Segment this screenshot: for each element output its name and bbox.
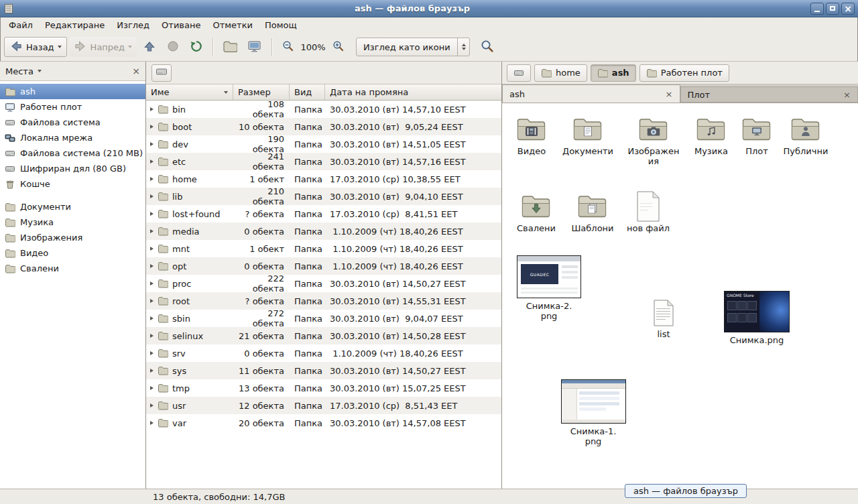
sidebar-item-Файлова система (210 MB)[interactable]: Файлова система (210 MB) bbox=[0, 145, 145, 161]
menu-item-Отметки[interactable]: Отметки bbox=[206, 18, 258, 32]
minimize-button[interactable] bbox=[810, 3, 824, 15]
search-button[interactable] bbox=[476, 37, 499, 57]
expander-icon[interactable] bbox=[150, 421, 154, 425]
expander-icon[interactable] bbox=[150, 160, 154, 164]
breadcrumb-Работен плот[interactable]: Работен плот bbox=[639, 64, 729, 82]
file-row-opt[interactable]: opt0 обектаПапка 1.10.2009 (чт) 18,40,26… bbox=[146, 257, 501, 275]
file-row-mnt[interactable]: mnt1 обектПапка 1.10.2009 (чт) 18,40,26 … bbox=[146, 240, 501, 257]
expander-icon[interactable] bbox=[150, 177, 154, 181]
sidebar-close-button[interactable]: × bbox=[132, 66, 140, 76]
zoom-out-button[interactable] bbox=[278, 37, 298, 57]
file-row-proc[interactable]: proc222 обектаПапка30.03.2010 (вт) 14,50… bbox=[146, 275, 501, 292]
sidebar-item-Изображения[interactable]: Изображения bbox=[0, 230, 145, 245]
column-header-Вид[interactable]: Вид bbox=[290, 84, 325, 101]
column-header-Име[interactable]: Име bbox=[146, 84, 233, 101]
expander-icon[interactable] bbox=[150, 403, 154, 407]
expander-icon[interactable] bbox=[150, 316, 154, 320]
forward-button[interactable]: Напред bbox=[69, 37, 137, 57]
expander-icon[interactable] bbox=[150, 281, 154, 286]
file-row-tmp[interactable]: tmp13 обектаПапка30.03.2010 (вт) 15,07,2… bbox=[146, 379, 501, 397]
sidebar-dropdown-icon[interactable] bbox=[38, 70, 42, 72]
expander-icon[interactable] bbox=[150, 194, 154, 198]
icon-item-Снимка-2.png[interactable]: GUADEC Снимка-2.png bbox=[515, 255, 583, 322]
file-row-boot[interactable]: boot10 обектаПапка30.03.2010 (вт) 9,05,2… bbox=[146, 118, 501, 135]
view-mode-select[interactable]: Изглед като икони bbox=[356, 38, 470, 56]
breadcrumb-ash[interactable]: ash bbox=[591, 64, 636, 82]
computer-button[interactable] bbox=[243, 37, 266, 57]
column-header-Размер[interactable]: Размер bbox=[233, 84, 290, 101]
tab-Плот[interactable]: Плот× bbox=[680, 86, 858, 103]
tab-ash[interactable]: ash× bbox=[502, 84, 680, 103]
icon-item-нов файл[interactable]: нов файл bbox=[620, 192, 676, 233]
sidebar-item-ash[interactable]: ash bbox=[0, 84, 145, 99]
breadcrumb-filesystem[interactable] bbox=[507, 64, 531, 82]
sidebar-item-Музика[interactable]: Музика bbox=[0, 214, 145, 230]
icon-item-Шаблони[interactable]: Шаблони bbox=[564, 192, 621, 233]
reload-button[interactable] bbox=[186, 37, 207, 57]
icon-item-Свалени[interactable]: Свалени bbox=[508, 192, 564, 233]
icon-item-Документи[interactable]: Документи bbox=[560, 115, 616, 156]
file-row-selinux[interactable]: selinux21 обектаПапка30.03.2010 (вт) 14,… bbox=[146, 327, 501, 344]
file-row-bin[interactable]: bin108 обектаПапка30.03.2010 (вт) 14,57,… bbox=[146, 101, 501, 118]
expander-icon[interactable] bbox=[150, 369, 154, 373]
icon-item-Видео[interactable]: Видео bbox=[503, 115, 560, 156]
expander-icon[interactable] bbox=[150, 229, 154, 233]
sidebar-item-Свалени[interactable]: Свалени bbox=[0, 261, 145, 276]
expander-icon[interactable] bbox=[150, 299, 154, 303]
expander-icon[interactable] bbox=[150, 351, 154, 355]
menu-item-Файл[interactable]: Файл bbox=[3, 18, 39, 32]
file-row-var[interactable]: var20 обектаПапка30.03.2010 (вт) 14,57,0… bbox=[146, 414, 501, 432]
menu-item-Редактиране[interactable]: Редактиране bbox=[39, 18, 111, 32]
menu-item-Помощ[interactable]: Помощ bbox=[259, 18, 303, 32]
sidebar-item-Работен плот[interactable]: Работен плот bbox=[0, 99, 145, 115]
sidebar-item-Кошче[interactable]: Кошче bbox=[0, 176, 145, 192]
icon-item-Изображения[interactable]: Изображения bbox=[625, 115, 682, 167]
expander-icon[interactable] bbox=[150, 125, 154, 129]
file-row-dev[interactable]: dev190 обектаПапка30.03.2010 (вт) 14,51,… bbox=[146, 135, 501, 153]
icon-item-Публични[interactable]: Публични bbox=[778, 115, 834, 156]
menu-bar: ФайлРедактиранеИзгледОтиванеОтметкиПомощ bbox=[0, 17, 858, 33]
home-button[interactable] bbox=[219, 37, 241, 57]
sidebar-item-Видео[interactable]: Видео bbox=[0, 245, 145, 261]
icon-item-Снимка-1.png[interactable]: Снимка-1.png bbox=[560, 379, 627, 447]
zoom-in-button[interactable] bbox=[328, 37, 349, 57]
stop-button[interactable] bbox=[162, 37, 184, 57]
menu-item-Изглед[interactable]: Изглед bbox=[111, 18, 156, 32]
file-row-etc[interactable]: etc241 обектаПапка30.03.2010 (вт) 14,57,… bbox=[146, 153, 501, 170]
tab-close-icon[interactable]: × bbox=[666, 90, 673, 99]
expander-icon[interactable] bbox=[150, 334, 154, 338]
tab-close-icon[interactable]: × bbox=[843, 90, 851, 99]
column-header-Дата на промяна[interactable]: Дата на промяна bbox=[325, 84, 501, 101]
expander-icon[interactable] bbox=[150, 247, 154, 251]
expander-icon[interactable] bbox=[150, 142, 154, 146]
file-row-lost+found[interactable]: lost+found? обектаПапка17.03.2010 (ср) 8… bbox=[146, 205, 501, 223]
maximize-button[interactable] bbox=[826, 3, 839, 15]
breadcrumb-home[interactable]: home bbox=[534, 64, 587, 82]
close-button[interactable]: × bbox=[841, 3, 855, 15]
file-row-media[interactable]: media0 обектаПапка 1.10.2009 (чт) 18,40,… bbox=[146, 223, 501, 240]
file-row-sys[interactable]: sys11 обектаПапка30.03.2010 (вт) 14,50,2… bbox=[146, 362, 501, 379]
icon-item-Плот[interactable]: Плот bbox=[729, 115, 785, 156]
expander-icon[interactable] bbox=[150, 212, 154, 216]
icon-item-list[interactable]: list bbox=[635, 300, 692, 339]
file-row-lib[interactable]: lib210 обектаПапка30.03.2010 (вт) 9,04,1… bbox=[146, 188, 501, 205]
file-row-usr[interactable]: usr12 обектаПапка17.03.2010 (ср) 8,51,43… bbox=[146, 397, 501, 414]
icon-item-Снимка.png[interactable]: GNOME StoreСнимка.png bbox=[720, 291, 794, 345]
sidebar-item-Локална мрежа[interactable]: Локална мрежа bbox=[0, 130, 145, 145]
expander-icon[interactable] bbox=[150, 264, 154, 268]
up-button[interactable] bbox=[139, 37, 160, 57]
expander-icon[interactable] bbox=[150, 386, 154, 390]
filesystem-location-button[interactable] bbox=[151, 64, 172, 82]
file-row-srv[interactable]: srv0 обектаПапка 1.10.2009 (чт) 18,40,26… bbox=[146, 344, 501, 362]
file-row-sbin[interactable]: sbin272 обектаПапка30.03.2010 (вт) 9,04,… bbox=[146, 310, 501, 327]
expander-icon[interactable] bbox=[150, 107, 154, 111]
file-date: 30.03.2010 (вт) 14,50,27 EEST bbox=[325, 366, 501, 376]
back-button[interactable]: Назад bbox=[4, 37, 67, 57]
sidebar-item-Документи[interactable]: Документи bbox=[0, 199, 145, 214]
sidebar-item-Файлова система[interactable]: Файлова система bbox=[0, 115, 145, 130]
sidebar-item-Шифриран дял (80 GB)[interactable]: Шифриран дял (80 GB) bbox=[0, 161, 145, 176]
file-row-home[interactable]: home1 обектПапка17.03.2010 (ср) 10,38,55… bbox=[146, 170, 501, 188]
sidebar-title[interactable]: Места bbox=[5, 66, 34, 76]
file-row-root[interactable]: root? обектаПапка30.03.2010 (вт) 14,55,3… bbox=[146, 292, 501, 310]
menu-item-Отиване[interactable]: Отиване bbox=[156, 18, 206, 32]
